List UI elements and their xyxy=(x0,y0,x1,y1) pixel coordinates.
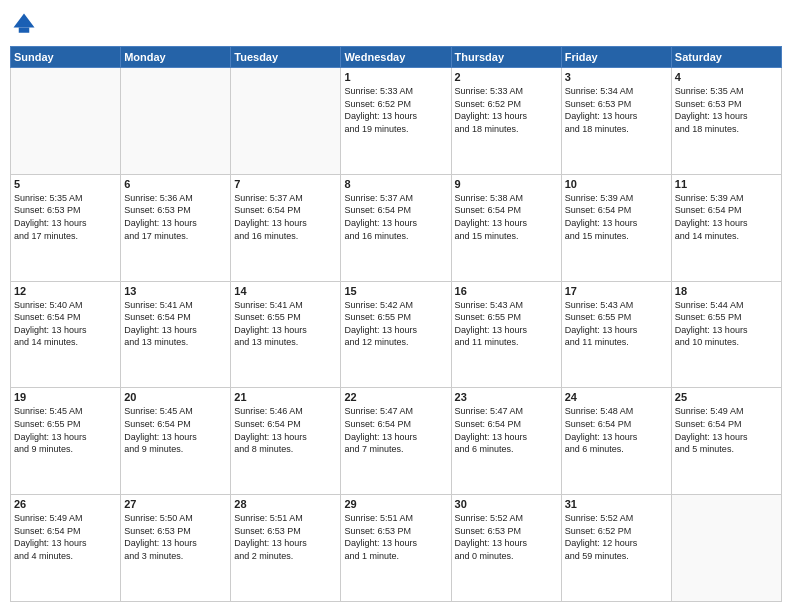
cell-text-line: Sunrise: 5:33 AM xyxy=(344,85,447,98)
cell-text-line: and 2 minutes. xyxy=(234,550,337,563)
cell-text-line: Sunset: 6:54 PM xyxy=(124,311,227,324)
cell-text-line: Sunrise: 5:43 AM xyxy=(455,299,558,312)
cell-text-line: and 19 minutes. xyxy=(344,123,447,136)
day-number: 22 xyxy=(344,391,447,403)
cell-text-line: and 9 minutes. xyxy=(124,443,227,456)
cell-text-line: Sunset: 6:55 PM xyxy=(565,311,668,324)
cell-text-line: Sunrise: 5:49 AM xyxy=(675,405,778,418)
day-number: 8 xyxy=(344,178,447,190)
cell-text-line: and 14 minutes. xyxy=(14,336,117,349)
cell-text-line: and 1 minute. xyxy=(344,550,447,563)
calendar-cell: 16Sunrise: 5:43 AMSunset: 6:55 PMDayligh… xyxy=(451,281,561,388)
day-number: 27 xyxy=(124,498,227,510)
calendar-cell: 14Sunrise: 5:41 AMSunset: 6:55 PMDayligh… xyxy=(231,281,341,388)
cell-text-line: Sunset: 6:52 PM xyxy=(565,525,668,538)
cell-text-line: and 17 minutes. xyxy=(14,230,117,243)
cell-text-line: Sunset: 6:53 PM xyxy=(565,98,668,111)
cell-text-line: Sunset: 6:54 PM xyxy=(344,204,447,217)
day-number: 18 xyxy=(675,285,778,297)
cell-text-line: Sunrise: 5:42 AM xyxy=(344,299,447,312)
day-header-saturday: Saturday xyxy=(671,47,781,68)
cell-text-line: Sunset: 6:54 PM xyxy=(675,204,778,217)
calendar-cell: 11Sunrise: 5:39 AMSunset: 6:54 PMDayligh… xyxy=(671,174,781,281)
day-number: 4 xyxy=(675,71,778,83)
cell-text-line: Sunrise: 5:41 AM xyxy=(124,299,227,312)
cell-text-line: Sunset: 6:52 PM xyxy=(344,98,447,111)
calendar-cell: 13Sunrise: 5:41 AMSunset: 6:54 PMDayligh… xyxy=(121,281,231,388)
cell-text-line: and 11 minutes. xyxy=(455,336,558,349)
cell-text-line: Sunset: 6:54 PM xyxy=(565,204,668,217)
calendar-cell xyxy=(11,68,121,175)
cell-text-line: and 16 minutes. xyxy=(344,230,447,243)
cell-text-line: Daylight: 13 hours xyxy=(455,431,558,444)
cell-text-line: Sunset: 6:54 PM xyxy=(234,204,337,217)
cell-text-line: Sunrise: 5:47 AM xyxy=(344,405,447,418)
cell-text-line: and 15 minutes. xyxy=(565,230,668,243)
cell-text-line: Sunrise: 5:44 AM xyxy=(675,299,778,312)
cell-text-line: and 7 minutes. xyxy=(344,443,447,456)
cell-text-line: Sunrise: 5:45 AM xyxy=(14,405,117,418)
day-number: 16 xyxy=(455,285,558,297)
day-number: 30 xyxy=(455,498,558,510)
day-number: 14 xyxy=(234,285,337,297)
day-number: 7 xyxy=(234,178,337,190)
cell-text-line: Daylight: 13 hours xyxy=(124,537,227,550)
cell-text-line: and 59 minutes. xyxy=(565,550,668,563)
calendar-cell: 23Sunrise: 5:47 AMSunset: 6:54 PMDayligh… xyxy=(451,388,561,495)
calendar-cell: 2Sunrise: 5:33 AMSunset: 6:52 PMDaylight… xyxy=(451,68,561,175)
cell-text-line: and 17 minutes. xyxy=(124,230,227,243)
cell-text-line: Daylight: 13 hours xyxy=(234,537,337,550)
calendar-cell: 15Sunrise: 5:42 AMSunset: 6:55 PMDayligh… xyxy=(341,281,451,388)
cell-text-line: Sunrise: 5:45 AM xyxy=(124,405,227,418)
calendar-cell: 25Sunrise: 5:49 AMSunset: 6:54 PMDayligh… xyxy=(671,388,781,495)
cell-text-line: Daylight: 13 hours xyxy=(124,217,227,230)
cell-text-line: Sunrise: 5:40 AM xyxy=(14,299,117,312)
cell-text-line: Daylight: 13 hours xyxy=(675,431,778,444)
day-number: 21 xyxy=(234,391,337,403)
cell-text-line: Daylight: 13 hours xyxy=(344,324,447,337)
cell-text-line: Daylight: 12 hours xyxy=(565,537,668,550)
cell-text-line: Sunset: 6:55 PM xyxy=(234,311,337,324)
day-number: 5 xyxy=(14,178,117,190)
cell-text-line: Sunrise: 5:50 AM xyxy=(124,512,227,525)
day-header-sunday: Sunday xyxy=(11,47,121,68)
day-number: 13 xyxy=(124,285,227,297)
day-number: 1 xyxy=(344,71,447,83)
day-header-tuesday: Tuesday xyxy=(231,47,341,68)
day-number: 3 xyxy=(565,71,668,83)
cell-text-line: Sunset: 6:55 PM xyxy=(344,311,447,324)
calendar-cell: 20Sunrise: 5:45 AMSunset: 6:54 PMDayligh… xyxy=(121,388,231,495)
calendar-cell: 6Sunrise: 5:36 AMSunset: 6:53 PMDaylight… xyxy=(121,174,231,281)
cell-text-line: Sunrise: 5:49 AM xyxy=(14,512,117,525)
cell-text-line: Daylight: 13 hours xyxy=(234,324,337,337)
cell-text-line: Daylight: 13 hours xyxy=(234,217,337,230)
day-number: 9 xyxy=(455,178,558,190)
calendar-cell xyxy=(231,68,341,175)
calendar-cell: 7Sunrise: 5:37 AMSunset: 6:54 PMDaylight… xyxy=(231,174,341,281)
calendar-cell: 18Sunrise: 5:44 AMSunset: 6:55 PMDayligh… xyxy=(671,281,781,388)
day-number: 23 xyxy=(455,391,558,403)
cell-text-line: Daylight: 13 hours xyxy=(565,324,668,337)
day-number: 10 xyxy=(565,178,668,190)
cell-text-line: and 6 minutes. xyxy=(565,443,668,456)
cell-text-line: and 13 minutes. xyxy=(124,336,227,349)
day-number: 15 xyxy=(344,285,447,297)
cell-text-line: and 18 minutes. xyxy=(675,123,778,136)
week-row-1: 1Sunrise: 5:33 AMSunset: 6:52 PMDaylight… xyxy=(11,68,782,175)
cell-text-line: Sunset: 6:55 PM xyxy=(675,311,778,324)
cell-text-line: Daylight: 13 hours xyxy=(675,110,778,123)
day-header-monday: Monday xyxy=(121,47,231,68)
cell-text-line: Sunset: 6:52 PM xyxy=(455,98,558,111)
logo-icon xyxy=(10,10,38,38)
calendar-cell: 21Sunrise: 5:46 AMSunset: 6:54 PMDayligh… xyxy=(231,388,341,495)
cell-text-line: Sunset: 6:55 PM xyxy=(14,418,117,431)
cell-text-line: Daylight: 13 hours xyxy=(565,217,668,230)
calendar-cell: 29Sunrise: 5:51 AMSunset: 6:53 PMDayligh… xyxy=(341,495,451,602)
cell-text-line: Daylight: 13 hours xyxy=(14,324,117,337)
day-number: 20 xyxy=(124,391,227,403)
cell-text-line: Sunset: 6:54 PM xyxy=(14,311,117,324)
cell-text-line: Sunrise: 5:46 AM xyxy=(234,405,337,418)
day-number: 31 xyxy=(565,498,668,510)
day-number: 12 xyxy=(14,285,117,297)
cell-text-line: Daylight: 13 hours xyxy=(455,324,558,337)
